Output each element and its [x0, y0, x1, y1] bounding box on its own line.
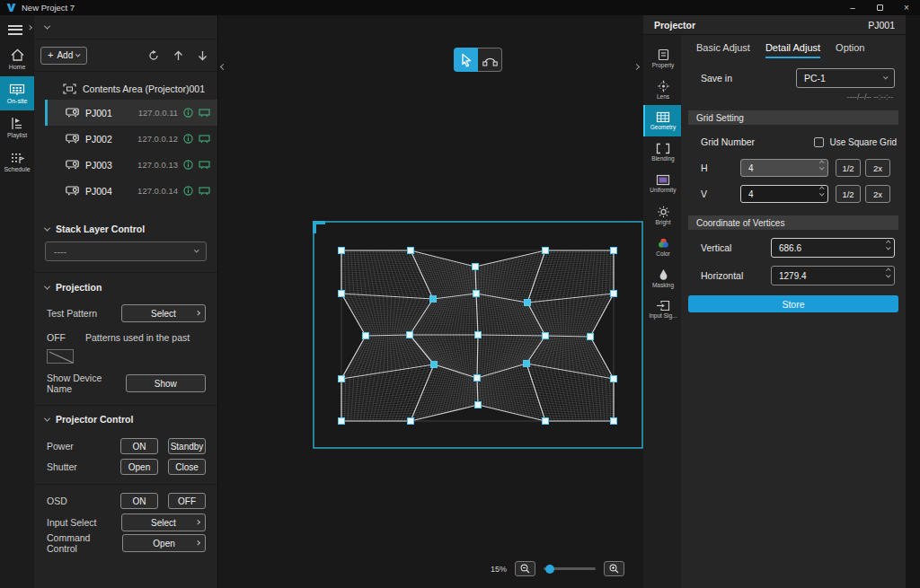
save-in-dropdown[interactable]: PC-1 — [796, 68, 895, 88]
mesh-vertex-handle[interactable] — [408, 248, 414, 254]
osd-on-button[interactable]: ON — [120, 493, 158, 509]
mesh-vertex-handle[interactable] — [473, 291, 480, 297]
section-stack-layer-control[interactable]: Stack Layer Control — [34, 224, 217, 234]
sidebar-item-onsite[interactable]: On-site — [0, 76, 34, 110]
mesh-vertex-handle[interactable] — [475, 332, 482, 338]
tool-input-signal[interactable]: Input Sig... — [643, 294, 681, 325]
projector-row-pj001[interactable]: PJ001 127.0.0.11 — [45, 100, 217, 126]
move-up-button[interactable] — [172, 49, 184, 62]
spin-down-icon[interactable] — [819, 165, 824, 170]
use-square-grid-label: Use Square Grid — [830, 137, 897, 147]
store-button[interactable]: Store — [688, 295, 898, 312]
tool-geometry[interactable]: Geometry — [643, 105, 681, 136]
use-square-grid-checkbox[interactable] — [814, 137, 824, 147]
shutter-close-button[interactable]: Close — [168, 459, 206, 475]
mesh-vertex-handle[interactable] — [611, 376, 617, 382]
command-control-button[interactable]: Open — [122, 534, 206, 552]
zoom-in-button[interactable] — [604, 561, 624, 576]
grid-v-input[interactable] — [741, 189, 827, 199]
grid-v-half-button[interactable]: 1/2 — [836, 185, 861, 203]
menu-button[interactable] — [8, 22, 26, 37]
mesh-vertex-handle[interactable] — [543, 418, 549, 425]
playlist-icon — [10, 117, 24, 130]
vertical-stepper[interactable] — [771, 238, 895, 258]
mesh-vertex-handle[interactable] — [431, 362, 438, 368]
grid-v-stepper[interactable] — [740, 185, 828, 203]
vertical-input[interactable] — [772, 243, 894, 253]
sidebar-item-home[interactable]: Home — [0, 42, 34, 76]
tool-masking[interactable]: Masking — [643, 262, 681, 294]
section-projector-control[interactable]: Projector Control — [34, 414, 217, 425]
sidebar-item-playlist[interactable]: Playlist — [0, 110, 34, 145]
projector-row-pj004[interactable]: PJ004 127.0.0.14 — [45, 178, 217, 204]
close-button[interactable]: × — [893, 0, 920, 15]
power-standby-button[interactable]: Standby — [168, 438, 206, 454]
mesh-vertex-handle[interactable] — [611, 291, 617, 297]
refresh-button[interactable] — [147, 49, 160, 62]
shutter-open-button[interactable]: Open — [120, 459, 158, 475]
power-on-button[interactable]: ON — [120, 438, 158, 454]
osd-off-button[interactable]: OFF — [168, 493, 206, 509]
tool-bright[interactable]: Bright — [643, 199, 681, 231]
stack-layer-dropdown[interactable]: ---- — [45, 241, 207, 261]
mesh-svg[interactable] — [218, 15, 643, 588]
mesh-vertex-handle[interactable] — [339, 291, 345, 297]
mesh-vertex-handle[interactable] — [543, 248, 549, 254]
grid-h-stepper[interactable] — [740, 159, 828, 177]
spin-down-icon[interactable] — [819, 191, 824, 196]
contents-area-item[interactable]: Contents Area (Projector)001 — [34, 77, 217, 100]
projector-icon — [66, 160, 79, 170]
tool-blending[interactable]: Blending — [643, 136, 681, 168]
collapse-panel-icon[interactable] — [44, 22, 50, 29]
mesh-vertex-handle[interactable] — [408, 418, 414, 425]
mesh-vertex-handle[interactable] — [363, 333, 369, 339]
mesh-vertex-handle[interactable] — [543, 333, 549, 339]
mesh-vertex-handle[interactable] — [339, 418, 345, 425]
mesh-vertex-handle[interactable] — [611, 248, 617, 254]
spin-down-icon[interactable] — [886, 273, 890, 277]
tool-color[interactable]: Color — [643, 231, 681, 262]
horizontal-input[interactable] — [772, 271, 894, 281]
tool-property[interactable]: Property — [643, 42, 681, 74]
magnifier-minus-icon — [520, 564, 530, 574]
mesh-vertex-handle[interactable] — [430, 296, 437, 303]
tab-basic-adjust[interactable]: Basic Adjust — [696, 42, 750, 58]
projector-row-pj002[interactable]: PJ002 127.0.0.12 — [45, 126, 217, 152]
mesh-vertex-handle[interactable] — [339, 248, 345, 254]
sidebar-item-schedule[interactable]: Schedule — [0, 145, 34, 179]
tool-lens[interactable]: Lens — [643, 74, 681, 105]
tab-option[interactable]: Option — [836, 42, 864, 58]
zoom-out-button[interactable] — [515, 561, 535, 576]
move-down-button[interactable] — [196, 49, 208, 62]
mesh-vertex-handle[interactable] — [611, 418, 617, 425]
zoom-slider[interactable] — [544, 567, 596, 570]
mesh-vertex-handle[interactable] — [474, 375, 481, 382]
add-button[interactable]: + Add — [40, 47, 87, 65]
section-projection[interactable]: Projection — [34, 282, 217, 293]
spin-down-icon[interactable] — [886, 245, 890, 250]
mesh-vertex-handle[interactable] — [407, 332, 413, 338]
mesh-vertex-handle[interactable] — [339, 376, 345, 382]
mesh-vertex-handle[interactable] — [475, 402, 482, 408]
mesh-vertex-handle[interactable] — [588, 334, 594, 340]
tool-uniformity[interactable]: Uniformity — [643, 168, 681, 199]
horizontal-stepper[interactable] — [771, 266, 895, 285]
maximize-button[interactable] — [866, 0, 893, 15]
geometry-canvas[interactable]: 15% — [218, 15, 643, 588]
minimize-button[interactable]: – — [839, 0, 866, 15]
mesh-vertex-handle[interactable] — [524, 361, 530, 367]
mesh-vertex-handle[interactable] — [525, 300, 531, 306]
grid-v-double-button[interactable]: 2x — [865, 185, 890, 203]
grid-h-input[interactable] — [741, 163, 827, 173]
show-device-name-button[interactable]: Show — [126, 374, 206, 392]
pattern-thumbnail[interactable] — [47, 349, 74, 364]
projector-row-pj003[interactable]: PJ003 127.0.0.13 — [45, 152, 217, 178]
mesh-vertex-handle[interactable] — [473, 264, 479, 270]
grid-h-half-button[interactable]: 1/2 — [836, 159, 861, 177]
test-pattern-select-button[interactable]: Select — [121, 304, 206, 322]
sidebar-expand-icon[interactable] — [27, 25, 31, 30]
grid-h-double-button[interactable]: 2x — [865, 159, 890, 177]
zoom-slider-thumb[interactable] — [545, 565, 554, 574]
tab-detail-adjust[interactable]: Detail Adjust — [765, 42, 820, 58]
input-select-button[interactable]: Select — [121, 513, 206, 531]
